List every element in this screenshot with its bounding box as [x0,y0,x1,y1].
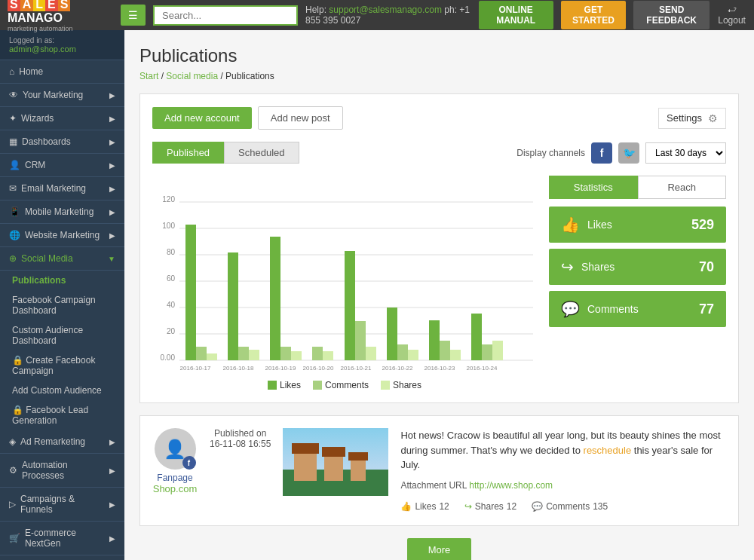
avatar-wrapper: 👤 f [155,428,196,470]
settings-label: Settings [667,112,702,124]
sidebar-item-ecommerce[interactable]: 🛒 E-commerce NextGen ▶ [0,522,124,555]
sidebar-sub-create-campaign[interactable]: 🔒 Create Facebook Campaign [0,350,124,381]
search-input[interactable] [153,5,298,26]
help-text: Help: support@salesmanago.com ph: +1 855… [305,5,471,26]
top-nav: SALES MANAGO marketing automation ☰ Help… [0,0,754,30]
post-text: Hot news! Cracow is beautiful all year l… [400,428,726,513]
more-button[interactable]: More [407,538,472,561]
breadcrumb-start[interactable]: Start [139,71,158,81]
sidebar-user: Logged in as: admin@shop.com [0,30,124,60]
tab-statistics[interactable]: Statistics [549,176,638,199]
svg-rect-50 [322,447,345,457]
hamburger-button[interactable]: ☰ [121,5,146,26]
sidebar-sub-publications[interactable]: Publications [0,271,124,290]
sidebar-item-website-marketing[interactable]: 🌐 Website Marketing ▶ [0,224,124,247]
arrow-icon-cf: ▶ [109,500,115,509]
breadcrumb: Start / Social media / Publications [139,71,739,81]
sidebar-item-home[interactable]: ⌂ Home [0,60,124,84]
sidebar-item-dashboards[interactable]: ▦ Dashboards ▶ [0,130,124,154]
svg-text:120: 120 [162,195,175,203]
shop-link[interactable]: Shop.com [153,483,198,494]
sidebar-sub-fb-campaign[interactable]: Facebook Campaign Dashboard [0,290,124,320]
send-feedback-button[interactable]: SEND FEEDBACK [633,1,710,29]
comments-icon: 💬 [561,300,580,318]
legend-shares-dot [381,381,390,390]
sidebar-item-mobile-marketing[interactable]: 📱 Mobile Marketing ▶ [0,200,124,224]
sidebar-item-social-media[interactable]: ⊕ Social Media ▼ [0,247,124,271]
help-email[interactable]: support@salesmanago.com [329,5,442,15]
breadcrumb-social-media[interactable]: Social media [166,71,218,81]
arrow-icon-crm: ▶ [109,161,115,170]
facebook-channel-icon[interactable]: f [591,142,612,164]
sidebar-label-your-marketing: Your Marketing [23,90,83,100]
logout-button[interactable]: ⮐ Logout [717,5,746,26]
online-manual-button[interactable]: ONLINE MANUAL [479,1,553,29]
svg-rect-38 [440,341,450,360]
post-text-highlight: reschedule [584,445,632,456]
post-avatar-area: 👤 f Fanpage Shop.com [152,428,198,513]
svg-rect-15 [196,347,207,360]
sidebar-sub-add-audience[interactable]: Add Custom Audience [0,381,124,400]
sidebar-sub-fb-lead[interactable]: 🔒 Facebook Lead Generation [0,400,124,430]
shares-stat-icon: ↪ [464,500,472,513]
bar-chart: 0.00 20 40 60 80 100 120 [152,176,537,372]
stat-card-comments: 💬 Comments 77 [549,291,726,327]
twitter-channel-icon[interactable]: 🐦 [618,142,639,164]
sidebar-item-automation[interactable]: ⚙ Automation Processes ▶ [0,454,124,488]
eye-icon: 👁 [9,90,18,100]
legend-comments-label: Comments [325,380,369,390]
sidebar-item-ad-remarketing[interactable]: ◈ Ad Remarketing ▶ [0,430,124,454]
logo-s: S [8,0,20,11]
svg-text:2016-10-18: 2016-10-18 [223,365,254,372]
svg-rect-43 [492,341,503,360]
likes-icon: 👍 [561,216,580,234]
sidebar-label-auto: Automation Processes [22,460,105,481]
post-published-area: Published on 16-11-08 16:55 [210,428,271,513]
sidebar-label-crm: CRM [25,160,45,170]
svg-rect-41 [471,314,482,360]
arrow-icon-ap: ▶ [109,467,115,475]
svg-rect-24 [291,351,302,360]
settings-gear-icon[interactable]: ⚙ [708,112,718,124]
legend-comments: Comments [313,380,369,390]
add-post-button[interactable]: Add new post [258,106,343,130]
arrow-icon-wm: ▶ [109,231,115,240]
sidebar-item-campaigns[interactable]: ▷ Campaigns & Funnels ▶ [0,488,124,522]
sidebar-item-wizards[interactable]: ✦ Wizards ▶ [0,107,124,130]
chart-main: 0.00 20 40 60 80 100 120 [152,176,726,390]
sidebar-item-abx[interactable]: ⚗ A/B/X Testing [0,555,124,560]
svg-text:2016-10-21: 2016-10-21 [341,365,372,372]
sidebar: Logged in as: admin@shop.com ⌂ Home 👁 Yo… [0,30,124,560]
stat-likes-label: Likes [587,219,684,231]
attachment-url[interactable]: http://www.shop.com [469,480,553,491]
tab-reach[interactable]: Reach [638,176,727,199]
wizards-icon: ✦ [9,113,17,124]
sidebar-item-crm[interactable]: 👤 CRM ▶ [0,154,124,177]
crm-icon: 👤 [9,160,20,170]
svg-rect-51 [351,458,366,481]
tab-scheduled[interactable]: Scheduled [224,142,299,164]
sidebar-label-campaigns: Campaigns & Funnels [20,494,105,515]
sidebar-item-your-marketing[interactable]: 👁 Your Marketing ▶ [0,84,124,107]
arrow-icon-mm: ▶ [109,208,115,216]
main-content: Publications Start / Social media / Publ… [124,30,754,560]
date-range-select[interactable]: Last 30 days Last 7 days Last 14 days La… [645,142,726,164]
sidebar-item-email-marketing[interactable]: ✉ Email Marketing ▶ [0,177,124,200]
add-account-button[interactable]: Add new account [152,107,252,129]
stat-comments-value: 77 [699,301,714,317]
svg-rect-34 [397,344,408,360]
post-shares-value: 12 [507,500,516,513]
post-image-svg [283,428,388,496]
svg-rect-37 [429,320,440,360]
logo-brand: MANAGO [8,11,63,24]
sidebar-sub-custom-audience[interactable]: Custom Audience Dashboard [0,320,124,350]
published-label: Published on [210,428,271,439]
logo-e: E [45,0,58,11]
sidebar-label-wizards: Wizards [21,113,54,124]
svg-text:2016-10-22: 2016-10-22 [382,365,413,372]
tab-published[interactable]: Published [152,142,224,164]
arrow-icon-ar: ▶ [109,438,115,446]
get-started-button[interactable]: GET STARTED [561,1,626,29]
channel-label: Display channels [516,148,585,158]
arrow-icon-w: ▶ [109,115,115,123]
